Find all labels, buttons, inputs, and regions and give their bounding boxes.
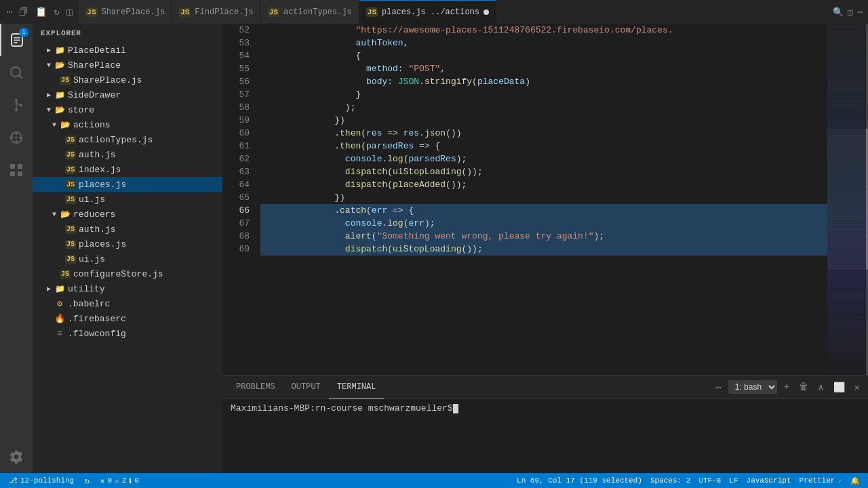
close-terminal-icon[interactable]: ✕	[852, 380, 863, 394]
tab-label: FindPlace.js	[195, 7, 253, 17]
activity-search[interactable]	[0, 56, 33, 89]
terminal-content[interactable]: Maximilians-MBP:rn-course mschwarzmuelle…	[222, 399, 868, 473]
tab-actiontypes[interactable]: JS actionTypes.js	[261, 0, 359, 24]
chevron-right-icon: ▶	[43, 283, 54, 294]
tab-problems[interactable]: PROBLEMS	[228, 375, 283, 399]
spacer	[54, 179, 65, 190]
sidebar-item-firebaserc[interactable]: 🔥 .firebaserc	[33, 311, 222, 326]
sidebar-label: .flowconfig	[68, 329, 126, 339]
sidebar-item-reducers-auth[interactable]: JS auth.js	[33, 222, 222, 237]
status-formatter[interactable]: Prettier ✓	[797, 476, 845, 485]
js-icon: JS	[60, 75, 71, 85]
status-errors[interactable]: ✕ 0 ⚠ 2 ℹ 0	[98, 476, 142, 485]
split-terminal-icon[interactable]: ⬜	[831, 380, 848, 394]
search-files-icon[interactable]: 🔍	[833, 7, 844, 18]
tab-shareplace[interactable]: JS SharePlace.js	[79, 0, 172, 24]
copy-icon[interactable]: 📋	[33, 3, 50, 20]
tab-places[interactable]: JS places.js ../actions	[359, 0, 496, 24]
terminal-tab-bar: PROBLEMS OUTPUT TERMINAL ⋯ 1: bash + 🗑 ∧	[222, 375, 868, 399]
add-terminal-icon[interactable]: +	[781, 380, 792, 394]
sidebar-item-configurestore[interactable]: JS configureStore.js	[33, 266, 222, 281]
spacer	[54, 253, 65, 264]
status-position[interactable]: Ln 69, Col 17 (119 selected)	[514, 476, 645, 485]
minimap-slider[interactable]	[827, 129, 868, 269]
sidebar-label: actions	[73, 120, 111, 130]
tab-findplace[interactable]: JS FindPlace.js	[172, 0, 261, 24]
sidebar-item-reducers-ui[interactable]: JS ui.js	[33, 251, 222, 266]
config-icon: ⚙	[54, 298, 65, 309]
code-line-66: .catch(err => {	[260, 204, 827, 217]
more-terminals-icon[interactable]: ⋯	[713, 380, 724, 394]
firebase-icon: 🔥	[54, 313, 65, 324]
split-editor-icon[interactable]: ◫	[848, 7, 853, 18]
js-icon: JS	[65, 253, 76, 264]
refresh-icon[interactable]: ↻	[51, 3, 62, 20]
sidebar-item-flowconfig[interactable]: ≡ .flowconfig	[33, 326, 222, 341]
chevron-right-icon: ▶	[43, 45, 54, 56]
shell-select[interactable]: 1: bash	[728, 380, 777, 394]
sidebar-item-placedetail[interactable]: ▶ 📁 PlaceDetail	[33, 43, 222, 58]
status-language[interactable]: JavaScript	[744, 476, 794, 485]
terminal-cursor	[453, 404, 458, 413]
checkmark-icon: ✓	[837, 476, 842, 485]
activity-git[interactable]	[0, 89, 33, 121]
sidebar-label: PlaceDetail	[68, 45, 126, 56]
folder-open-icon: 📂	[54, 104, 65, 115]
status-eol[interactable]: LF	[726, 476, 741, 485]
sidebar-item-auth[interactable]: JS auth.js	[33, 147, 222, 162]
sidebar-item-places-selected[interactable]: JS places.js	[33, 177, 222, 192]
terminal-up-icon[interactable]: ∧	[815, 380, 826, 394]
sidebar-label: index.js	[79, 165, 121, 175]
status-branch[interactable]: ⎇ 12-polishing	[5, 476, 77, 486]
sidebar-item-utility[interactable]: ▶ 📁 utility	[33, 281, 222, 296]
js-icon: JS	[65, 164, 76, 175]
code-line-60: .then(res => res.json())	[260, 127, 827, 140]
sidebar-item-index[interactable]: JS index.js	[33, 162, 222, 177]
activity-debug[interactable]	[0, 121, 33, 154]
sidebar-item-ui[interactable]: JS ui.js	[33, 192, 222, 207]
new-file-icon[interactable]: 🗍	[16, 4, 31, 20]
js-icon: JS	[65, 194, 76, 205]
sidebar-item-shareplace-js[interactable]: JS SharePlace.js	[33, 73, 222, 87]
sidebar-item-reducers-places[interactable]: JS places.js	[33, 237, 222, 251]
chevron-down-icon: ▼	[43, 104, 54, 115]
code-line-69: dispatch(uiStopLoading());	[260, 243, 827, 256]
split-icon[interactable]: ◫	[64, 3, 75, 20]
code-line-64: dispatch(placeAdded());	[260, 178, 827, 191]
sidebar-item-shareplace-folder[interactable]: ▼ 📂 SharePlace	[33, 58, 222, 73]
tab-output[interactable]: OUTPUT	[283, 375, 329, 399]
code-area[interactable]: 52 53 54 55 56 57 58 59 60 61 62 63 64 6…	[222, 24, 868, 375]
sidebar-item-store[interactable]: ▼ 📂 store	[33, 102, 222, 117]
sidebar-label: configureStore.js	[73, 269, 163, 279]
menu-icon[interactable]: ⋯	[4, 3, 15, 20]
status-sync[interactable]: ↻	[82, 476, 92, 485]
activity-files[interactable]: 1	[0, 24, 33, 56]
code-line-61: .then(parsedRes => {	[260, 140, 827, 152]
sidebar-item-babelrc[interactable]: ⚙ .babelrc	[33, 296, 222, 311]
status-encoding[interactable]: UTF-8	[696, 476, 724, 485]
status-spaces[interactable]: Spaces: 2	[648, 476, 693, 485]
tab-terminal[interactable]: TERMINAL	[329, 375, 384, 399]
code-line-68: alert("Something went wrong, please try …	[260, 230, 827, 243]
editor: 52 53 54 55 56 57 58 59 60 61 62 63 64 6…	[222, 24, 868, 473]
js-icon: JS	[65, 179, 76, 190]
js-icon: JS	[65, 149, 76, 160]
activity-bar: 1	[0, 24, 33, 473]
svg-line-4	[20, 76, 23, 79]
sidebar-item-actions[interactable]: ▼ 📂 actions	[33, 117, 222, 132]
activity-settings[interactable]	[0, 441, 33, 473]
delete-terminal-icon[interactable]: 🗑	[796, 380, 811, 394]
activity-extensions[interactable]	[0, 154, 33, 186]
tab-label: SharePlace.js	[102, 7, 165, 17]
sidebar-item-actiontypes[interactable]: JS actionTypes.js	[33, 132, 222, 147]
chevron-right-icon: ▶	[43, 89, 54, 100]
warning-icon: ⚠	[115, 476, 119, 485]
sidebar-item-reducers[interactable]: ▼ 📂 reducers	[33, 207, 222, 222]
sidebar-label: SharePlace.js	[73, 75, 142, 85]
encoding-text: UTF-8	[698, 476, 721, 485]
status-notifications[interactable]: 🔔	[848, 476, 863, 485]
more-actions-icon[interactable]: ⋯	[857, 7, 863, 18]
code-editor[interactable]: "https://awesome-places-1511248766522.fi…	[255, 24, 827, 375]
sidebar-item-sidedrawer[interactable]: ▶ 📁 SideDrawer	[33, 87, 222, 102]
svg-rect-16	[18, 164, 22, 169]
